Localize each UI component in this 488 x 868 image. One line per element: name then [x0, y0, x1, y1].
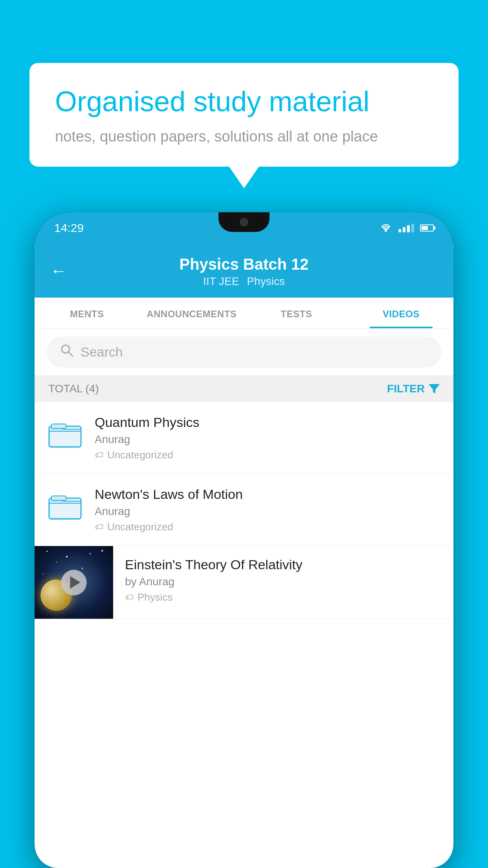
- speech-bubble-container: Organised study material notes, question…: [29, 63, 459, 167]
- search-icon: [60, 344, 73, 360]
- video-info: Newton's Laws of Motion Anurag 🏷 Uncateg…: [95, 487, 440, 533]
- total-count: TOTAL (4): [48, 383, 99, 395]
- video-thumbnail: [35, 546, 113, 619]
- header-title: Physics Batch 12: [179, 256, 308, 273]
- phone-frame: 14:29: [35, 212, 453, 868]
- video-author: Anurag: [95, 505, 440, 518]
- notch: [218, 212, 270, 232]
- tab-videos[interactable]: VIDEOS: [349, 298, 454, 328]
- play-button[interactable]: [61, 570, 87, 595]
- folder-icon: [48, 490, 82, 521]
- search-bar-container: Search: [35, 329, 453, 375]
- bubble-title: Organised study material: [55, 85, 433, 118]
- status-icons: [379, 223, 434, 233]
- battery-icon: [420, 224, 434, 232]
- header-subtitle: IIT JEE Physics: [203, 275, 285, 288]
- tag-icon: 🏷: [125, 592, 134, 603]
- svg-rect-7: [51, 496, 66, 500]
- tag-icon: 🏷: [95, 450, 103, 460]
- video-author: by Anurag: [125, 576, 442, 588]
- svg-marker-3: [429, 384, 440, 394]
- status-time: 14:29: [54, 221, 84, 235]
- header-subtitle-iit: IIT JEE: [203, 275, 239, 288]
- video-info: Quantum Physics Anurag 🏷 Uncategorized: [95, 415, 440, 461]
- video-list: Quantum Physics Anurag 🏷 Uncategorized: [35, 402, 453, 619]
- video-title: Einstein's Theory Of Relativity: [125, 557, 442, 572]
- video-tag: 🏷 Uncategorized: [95, 521, 440, 533]
- folder-icon: [48, 418, 82, 449]
- svg-point-0: [385, 230, 387, 232]
- folder-thumbnail: [48, 487, 84, 523]
- video-tag: 🏷 Physics: [125, 591, 442, 603]
- tab-tests[interactable]: TESTS: [244, 298, 349, 328]
- svg-line-2: [68, 352, 73, 356]
- filter-button[interactable]: FILTER: [387, 383, 440, 395]
- list-item[interactable]: Einstein's Theory Of Relativity by Anura…: [35, 546, 453, 619]
- phone-screen: ← Physics Batch 12 IIT JEE Physics MENTS…: [35, 244, 453, 868]
- folder-thumbnail: [48, 415, 84, 451]
- video-title: Newton's Laws of Motion: [95, 487, 440, 502]
- status-bar: 14:29: [35, 212, 453, 244]
- bubble-subtitle: notes, question papers, solutions all at…: [55, 128, 433, 145]
- search-input[interactable]: Search: [81, 344, 123, 360]
- signal-icon: [398, 224, 414, 232]
- list-item[interactable]: Quantum Physics Anurag 🏷 Uncategorized: [35, 402, 453, 474]
- back-button[interactable]: ←: [50, 261, 67, 280]
- camera: [240, 218, 248, 226]
- search-bar[interactable]: Search: [46, 337, 442, 368]
- video-info: Einstein's Theory Of Relativity by Anura…: [113, 546, 453, 614]
- tab-announcements[interactable]: ANNOUNCEMENTS: [139, 298, 244, 328]
- header-subtitle-physics: Physics: [247, 275, 284, 288]
- speech-bubble: Organised study material notes, question…: [29, 63, 459, 167]
- video-tag: 🏷 Uncategorized: [95, 449, 440, 461]
- video-title: Quantum Physics: [95, 415, 440, 430]
- filter-icon: [429, 384, 440, 394]
- video-author: Anurag: [95, 433, 440, 446]
- tabs-bar: MENTS ANNOUNCEMENTS TESTS VIDEOS: [35, 298, 453, 329]
- play-triangle-icon: [70, 576, 80, 589]
- list-item[interactable]: Newton's Laws of Motion Anurag 🏷 Uncateg…: [35, 474, 453, 546]
- app-header: ← Physics Batch 12 IIT JEE Physics: [35, 244, 453, 298]
- tag-icon: 🏷: [95, 522, 103, 532]
- wifi-icon: [379, 223, 393, 233]
- filter-row: TOTAL (4) FILTER: [35, 375, 453, 402]
- tab-ments[interactable]: MENTS: [35, 298, 139, 328]
- svg-rect-5: [51, 424, 66, 428]
- app-background: Organised study material notes, question…: [0, 0, 488, 868]
